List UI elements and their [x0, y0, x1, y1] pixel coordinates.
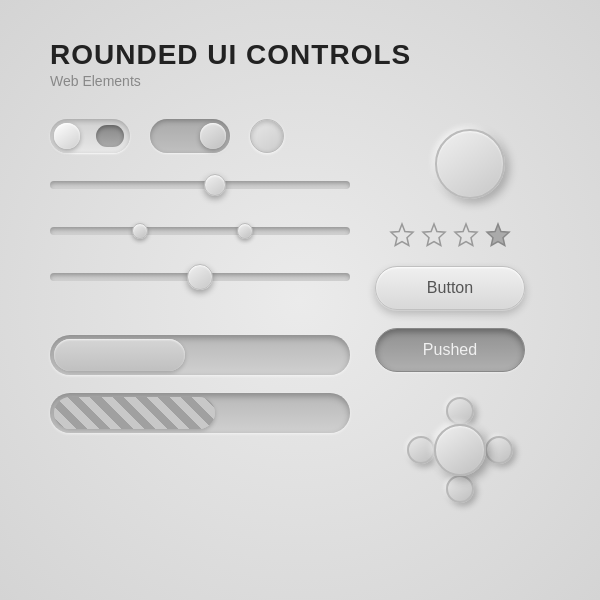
circle-button-large[interactable] [435, 129, 505, 199]
slider-3-thumb[interactable] [187, 264, 213, 290]
page-title: ROUNDED UI CONTROLS [50, 40, 550, 71]
stars-rating [389, 222, 511, 248]
slider-2-container [50, 217, 350, 245]
main-layout: Button Pushed [50, 119, 550, 505]
toggle-on-switch[interactable] [150, 119, 230, 153]
joystick-satellite-left[interactable] [407, 436, 435, 464]
joystick-center-button[interactable] [434, 424, 486, 476]
button-pushed[interactable]: Pushed [375, 328, 525, 372]
svg-marker-0 [391, 224, 413, 246]
svg-marker-3 [487, 224, 509, 246]
joystick-widget[interactable] [405, 395, 515, 505]
button-normal[interactable]: Button [375, 266, 525, 310]
slider-2-track[interactable] [50, 227, 350, 235]
toggle-off-dark-part [96, 125, 124, 147]
svg-marker-2 [455, 224, 477, 246]
toggle-off-switch[interactable] [50, 119, 130, 153]
left-column [50, 119, 350, 505]
progress-bar-1 [50, 335, 350, 375]
star-1[interactable] [389, 222, 415, 248]
joystick-satellite-right[interactable] [485, 436, 513, 464]
progress-bar-striped [50, 393, 350, 433]
star-4[interactable] [485, 222, 511, 248]
slider-1-thumb[interactable] [204, 174, 226, 196]
slider-3-track[interactable] [50, 273, 350, 281]
button-normal-label: Button [427, 279, 473, 297]
spacer [50, 309, 350, 317]
progress-fill-1 [54, 339, 185, 371]
slider-3-container [50, 263, 350, 291]
slider-2-thumb-right[interactable] [237, 223, 253, 239]
right-column: Button Pushed [350, 119, 550, 505]
joystick-satellite-top[interactable] [446, 397, 474, 425]
page-subtitle: Web Elements [50, 73, 550, 89]
star-3[interactable] [453, 222, 479, 248]
star-2[interactable] [421, 222, 447, 248]
slider-2-thumb-left[interactable] [132, 223, 148, 239]
svg-marker-1 [423, 224, 445, 246]
slider-1-track[interactable] [50, 181, 350, 189]
title-section: ROUNDED UI CONTROLS Web Elements [50, 40, 550, 89]
main-container: ROUNDED UI CONTROLS Web Elements [0, 0, 600, 600]
toggles-row [50, 119, 350, 153]
button-pushed-label: Pushed [423, 341, 477, 359]
slider-1-container [50, 171, 350, 199]
joystick-satellite-bottom[interactable] [446, 475, 474, 503]
radio-circle-button[interactable] [250, 119, 284, 153]
striped-fill [54, 397, 215, 429]
